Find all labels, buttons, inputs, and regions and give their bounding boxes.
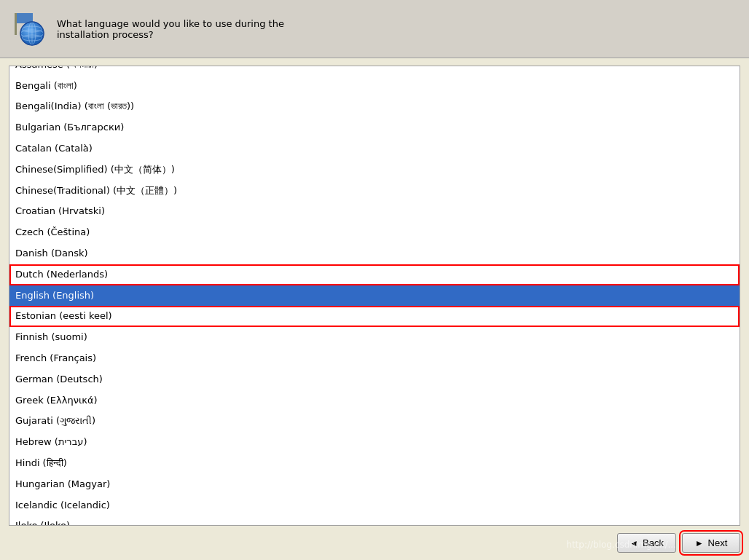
list-item[interactable]: Czech (Čeština) (9, 222, 740, 243)
list-item[interactable]: Bengali (বাংলা) (9, 76, 740, 97)
list-item[interactable]: English (English) (9, 285, 740, 307)
list-item[interactable]: German (Deutsch) (9, 369, 740, 390)
next-button[interactable]: ► Next (682, 533, 740, 553)
list-item[interactable]: Gujarati (ગુજરાતી) (9, 411, 740, 432)
list-item[interactable]: Estonian (eesti keel) (9, 306, 740, 327)
list-item[interactable]: Catalan (Català) (9, 138, 740, 159)
list-item[interactable]: Bengali(India) (বাংলা (ভারত)) (9, 96, 740, 117)
language-list-container: Arabic (العربية)Assamese (অসমীয়া)Bengal… (9, 66, 740, 526)
footer: http://blog.csdnimg.cn/... ◄ Back ► Next (0, 526, 749, 560)
list-item[interactable]: Hungarian (Magyar) (9, 474, 740, 495)
header-text: What language would you like to use duri… (57, 18, 284, 40)
list-item[interactable]: Hindi (हिन्दी) (9, 453, 740, 474)
back-label: Back (643, 537, 664, 548)
list-item[interactable]: Icelandic (Icelandic) (9, 495, 740, 516)
svg-rect-0 (15, 13, 17, 35)
language-list[interactable]: Arabic (العربية)Assamese (অসমীয়া)Bengal… (9, 66, 740, 525)
list-item[interactable]: Assamese (অসমীয়া) (9, 66, 740, 76)
next-icon: ► (695, 538, 704, 548)
back-icon: ◄ (630, 538, 638, 548)
installer-window: What language would you like to use duri… (0, 0, 749, 560)
back-button[interactable]: ◄ Back (617, 533, 676, 553)
next-label: Next (708, 537, 728, 548)
list-item[interactable]: Danish (Dansk) (9, 243, 740, 264)
list-item[interactable]: Finnish (suomi) (9, 327, 740, 348)
list-item[interactable]: Dutch (Nederlands) (9, 264, 740, 285)
list-item[interactable]: Greek (Ελληνικά) (9, 390, 740, 411)
list-item[interactable]: Croatian (Hrvatski) (9, 201, 740, 222)
globe-icon (12, 12, 47, 47)
list-item[interactable]: Chinese(Simplified) (中文（简体）) (9, 159, 740, 181)
list-item[interactable]: Chinese(Traditional) (中文（正體）) (9, 181, 740, 202)
list-item[interactable]: Bulgarian (Български) (9, 117, 740, 138)
list-item[interactable]: Iloko (Iloko) (9, 516, 740, 525)
list-item[interactable]: Hebrew (עברית) (9, 432, 740, 453)
list-item[interactable]: French (Français) (9, 348, 740, 369)
header: What language would you like to use duri… (0, 0, 749, 58)
